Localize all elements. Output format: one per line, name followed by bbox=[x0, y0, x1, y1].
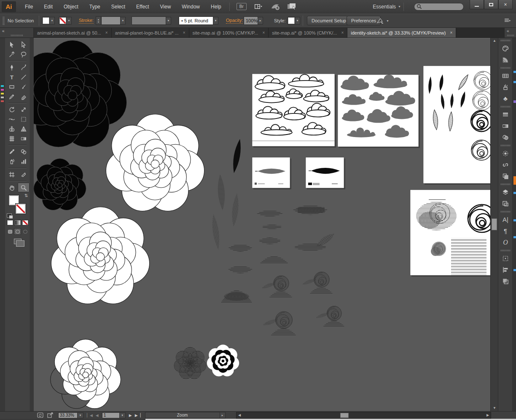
pathfinder-panel-icon[interactable] bbox=[498, 275, 513, 287]
scroll-up-icon[interactable]: ▲ bbox=[491, 38, 498, 44]
vertical-scrollbar[interactable]: ▲ ▼ bbox=[490, 38, 498, 411]
last-artboard-icon[interactable]: ▶▕ bbox=[135, 413, 141, 417]
draw-normal-button[interactable] bbox=[6, 228, 13, 235]
bridge-button[interactable]: Br bbox=[236, 3, 247, 10]
dock-group-grip[interactable] bbox=[498, 248, 512, 253]
stroke-weight-field[interactable] bbox=[101, 16, 121, 25]
fill-color-swatch[interactable] bbox=[42, 17, 50, 24]
mesh-tool[interactable] bbox=[6, 134, 18, 143]
rotate-tool[interactable] bbox=[6, 105, 18, 114]
artboard-dropdown[interactable]: ▼ bbox=[120, 412, 126, 418]
close-button[interactable]: × bbox=[498, 0, 513, 9]
menu-type[interactable]: Type bbox=[84, 0, 106, 13]
width-tool[interactable] bbox=[6, 114, 18, 124]
align-panel-button[interactable]: ▼ bbox=[376, 14, 389, 27]
type-tool[interactable]: T bbox=[6, 72, 18, 82]
style-dropdown[interactable]: ▼ bbox=[295, 17, 300, 24]
previous-artboard-icon[interactable]: ◀ bbox=[96, 413, 99, 417]
slice-tool[interactable] bbox=[18, 170, 30, 179]
menu-window[interactable]: Window bbox=[176, 0, 205, 13]
scroll-right-icon[interactable]: ▶ bbox=[485, 412, 491, 418]
artboard-number-field[interactable]: 1 bbox=[102, 412, 120, 418]
arrange-documents-button[interactable] bbox=[253, 3, 263, 11]
minimize-button[interactable] bbox=[470, 0, 484, 9]
horizontal-scroll-thumb[interactable] bbox=[340, 413, 349, 418]
width-profile-field[interactable] bbox=[132, 16, 166, 25]
swap-fill-stroke-icon[interactable]: ⇄ bbox=[24, 194, 28, 197]
tools-panel-grip[interactable] bbox=[11, 35, 23, 36]
scroll-down-icon[interactable]: ▼ bbox=[491, 405, 498, 411]
dock-group-grip[interactable] bbox=[498, 65, 512, 70]
magic-wand-tool[interactable] bbox=[6, 49, 18, 59]
transform-panel-icon[interactable] bbox=[498, 253, 513, 264]
close-tab-icon[interactable]: × bbox=[341, 30, 344, 35]
close-tab-icon[interactable]: × bbox=[183, 30, 185, 35]
transparency-panel-icon[interactable] bbox=[498, 132, 513, 143]
document-tab-2[interactable]: animal-planet-logo-BLUE.ai* ...× bbox=[112, 28, 189, 38]
stroke-color-swatch[interactable] bbox=[59, 17, 67, 24]
next-artboard-icon[interactable]: ▶ bbox=[129, 413, 132, 417]
canvas[interactable] bbox=[34, 38, 490, 411]
symbols-panel-icon[interactable]: ♣ bbox=[498, 93, 513, 104]
brushes-panel-icon[interactable] bbox=[498, 81, 513, 93]
brush-definition-dropdown[interactable]: ▼ bbox=[213, 17, 218, 24]
color-panel-icon[interactable] bbox=[498, 43, 513, 54]
collapse-dock-icon[interactable]: « bbox=[507, 29, 509, 33]
close-tab-icon[interactable]: × bbox=[450, 30, 452, 35]
maximize-button[interactable] bbox=[484, 0, 498, 9]
document-tab-1[interactable]: animal-planet-sketch.ai @ 50...× bbox=[34, 28, 112, 38]
collapse-panel-icon[interactable]: « bbox=[2, 29, 5, 33]
stroke-link[interactable]: Stroke: bbox=[79, 18, 94, 24]
direct-selection-tool[interactable] bbox=[18, 40, 30, 49]
zoom-tool[interactable] bbox=[18, 183, 30, 192]
first-artboard-icon[interactable]: ▏◀ bbox=[87, 413, 93, 417]
scroll-left-icon[interactable]: ◀ bbox=[236, 412, 242, 418]
zoom-level-field[interactable]: 33.33% bbox=[58, 412, 78, 418]
pencil-tool[interactable] bbox=[6, 92, 18, 101]
fill-color-dropdown[interactable]: ▼ bbox=[50, 17, 55, 24]
opacity-field[interactable]: 100% bbox=[244, 16, 258, 25]
draw-behind-button[interactable] bbox=[14, 228, 21, 235]
default-fill-stroke-icon[interactable] bbox=[7, 213, 12, 218]
opacity-dropdown[interactable]: ▸ bbox=[258, 17, 263, 24]
blend-tool[interactable] bbox=[18, 147, 30, 156]
gradient-tool[interactable] bbox=[18, 134, 30, 143]
preferences-button[interactable]: Preferences bbox=[347, 16, 381, 25]
scale-tool[interactable] bbox=[18, 105, 30, 114]
shape-builder-tool[interactable] bbox=[6, 124, 18, 134]
color-button[interactable] bbox=[7, 220, 13, 226]
color-guide-panel-icon[interactable] bbox=[498, 54, 513, 65]
document-tab-3[interactable]: site-map.ai @ 100% (CMYK/P...× bbox=[189, 28, 269, 38]
change-screen-mode-button[interactable] bbox=[5, 236, 30, 247]
selection-tool[interactable] bbox=[6, 40, 18, 49]
vertical-scroll-thumb[interactable] bbox=[492, 218, 497, 230]
opacity-link[interactable]: Opacity: bbox=[226, 18, 243, 24]
stroke-weight-dropdown[interactable]: ▼ bbox=[121, 17, 126, 24]
menu-view[interactable]: View bbox=[155, 0, 177, 13]
style-swatch[interactable] bbox=[288, 17, 295, 24]
workspace-switcher[interactable]: Essentials ▼ bbox=[373, 4, 401, 10]
menu-file[interactable]: File bbox=[19, 0, 38, 13]
brush-definition-combo[interactable]: • 5 pt. Round bbox=[179, 16, 213, 25]
symbol-sprayer-tool[interactable] bbox=[6, 156, 18, 166]
dock-group-grip[interactable] bbox=[498, 182, 512, 186]
screen-mode-icon[interactable] bbox=[287, 3, 297, 11]
menu-object[interactable]: Object bbox=[58, 0, 84, 13]
paintbrush-tool[interactable] bbox=[18, 82, 30, 92]
paragraph-panel-icon[interactable]: ¶ bbox=[498, 225, 513, 237]
rectangle-tool[interactable] bbox=[6, 82, 18, 92]
layers-panel-icon[interactable] bbox=[498, 186, 513, 198]
artboard-tool[interactable] bbox=[6, 170, 18, 179]
artboards-panel-icon[interactable] bbox=[498, 198, 513, 209]
dock-group-grip[interactable] bbox=[498, 104, 512, 109]
close-tab-icon[interactable]: × bbox=[262, 30, 265, 35]
menu-help[interactable]: Help bbox=[205, 0, 227, 13]
zoom-level-dropdown[interactable]: ▼ bbox=[78, 412, 83, 418]
close-tab-icon[interactable]: × bbox=[105, 30, 108, 35]
align-panel-icon[interactable] bbox=[498, 264, 513, 275]
horizontal-scrollbar[interactable]: ◀ ▶ bbox=[236, 412, 491, 419]
draw-inside-button[interactable] bbox=[22, 228, 29, 235]
sync-settings-icon[interactable] bbox=[37, 412, 44, 418]
eyedropper-tool[interactable] bbox=[6, 147, 18, 156]
gradient-button[interactable] bbox=[14, 220, 21, 226]
